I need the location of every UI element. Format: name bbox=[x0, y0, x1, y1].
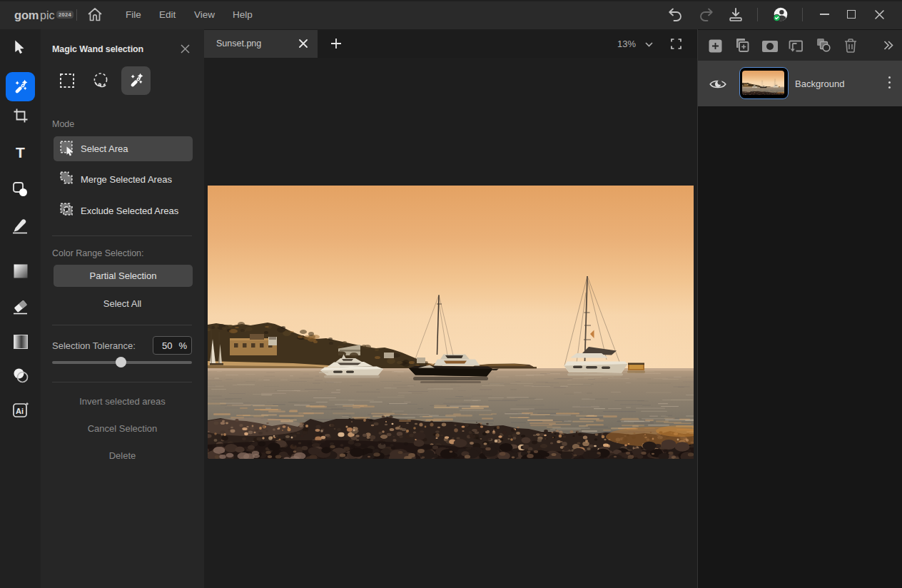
svg-text:Ai: Ai bbox=[16, 407, 24, 415]
